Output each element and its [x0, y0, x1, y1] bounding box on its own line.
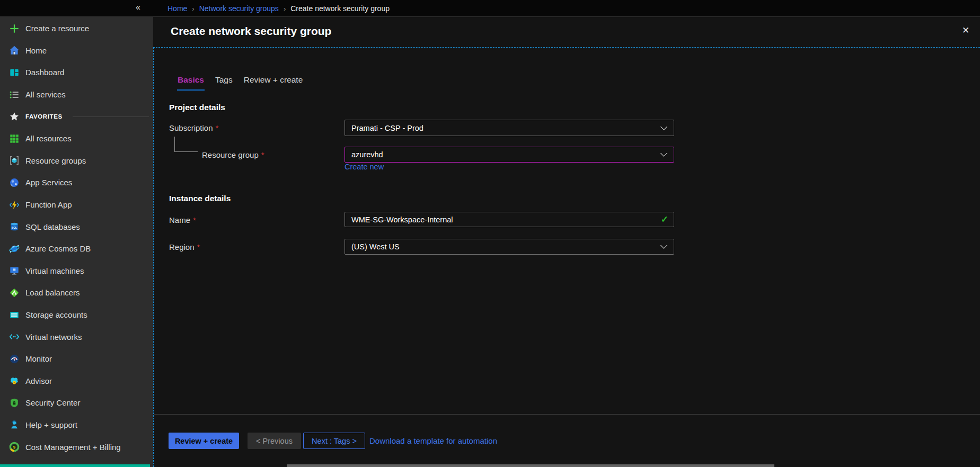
- resource-groups-icon: [8, 154, 21, 167]
- name-input[interactable]: WME-SG-Workspace-Internal ✓: [345, 212, 674, 227]
- required-asterisk: *: [261, 150, 264, 159]
- sidebar-collapse-icon[interactable]: «: [136, 3, 140, 12]
- top-bar: « Home › Network security groups › Creat…: [0, 0, 980, 17]
- breadcrumb-separator-icon: ›: [192, 5, 194, 13]
- required-asterisk: *: [197, 243, 200, 252]
- download-template-link[interactable]: Download a template for automation: [369, 436, 497, 445]
- resource-group-value: azurevhd: [351, 150, 383, 159]
- sidebar-item-home[interactable]: Home: [0, 40, 153, 62]
- blade-footer: Review + create < Previous Next : Tags >…: [154, 414, 980, 467]
- sidebar-item-resource-groups[interactable]: Resource groups: [0, 150, 153, 172]
- help-support-icon: [8, 418, 21, 431]
- next-tags-button[interactable]: Next : Tags >: [303, 433, 365, 449]
- sidebar-item-function-app[interactable]: Function App: [0, 194, 153, 216]
- valid-check-icon: ✓: [661, 214, 668, 225]
- star-icon: [8, 110, 21, 123]
- cost-management-icon: $: [8, 441, 21, 453]
- sidebar-item-cost-management-billing[interactable]: $ Cost Management + Billing: [0, 436, 153, 458]
- sidebar-horizontal-scrollbar[interactable]: [0, 464, 150, 467]
- content-horizontal-scrollbar[interactable]: [287, 464, 774, 467]
- sidebar-item-security-center[interactable]: Security Center: [0, 392, 153, 414]
- tab-tags[interactable]: Tags: [215, 75, 233, 87]
- required-asterisk: *: [216, 123, 219, 132]
- virtual-networks-icon: [8, 330, 21, 343]
- resource-group-label: Resource group*: [202, 150, 264, 159]
- sidebar-item-advisor[interactable]: Advisor: [0, 370, 153, 392]
- dashboard-icon: [8, 66, 21, 79]
- project-details-heading: Project details: [169, 103, 225, 112]
- page-title: Create network security group: [171, 25, 331, 38]
- sidebar-item-all-resources[interactable]: All resources: [0, 128, 153, 150]
- previous-button[interactable]: < Previous: [248, 433, 301, 449]
- storage-accounts-icon: [8, 309, 21, 321]
- sidebar-item-load-balancers[interactable]: Load balancers: [0, 282, 153, 304]
- breadcrumb-home[interactable]: Home: [167, 4, 187, 13]
- chevron-down-icon: [660, 242, 667, 249]
- subscription-dropdown[interactable]: Pramati - CSP - Prod: [345, 120, 674, 136]
- app-services-icon: [8, 176, 21, 189]
- chevron-down-icon: [660, 123, 667, 130]
- region-dropdown[interactable]: (US) West US: [345, 239, 674, 255]
- breadcrumb-current: Create network security group: [290, 4, 390, 13]
- plus-icon: [8, 22, 21, 35]
- breadcrumb-separator-icon: ›: [284, 5, 286, 13]
- load-balancers-icon: [8, 286, 21, 299]
- tab-review-create[interactable]: Review + create: [244, 75, 303, 87]
- sidebar: Create a resource Home Dashboard All ser…: [0, 17, 153, 467]
- blade-content: Basics Tags Review + create Project deta…: [154, 48, 980, 414]
- blade-panel: Basics Tags Review + create Project deta…: [153, 48, 980, 467]
- sidebar-item-storage-accounts[interactable]: Storage accounts: [0, 304, 153, 326]
- tab-basics[interactable]: Basics: [178, 75, 204, 87]
- chevron-down-icon: [660, 150, 667, 157]
- home-icon: [8, 44, 21, 57]
- sidebar-section-favorites: FAVORITES: [0, 105, 153, 128]
- sidebar-item-help-support[interactable]: Help + support: [0, 414, 153, 436]
- subscription-label: Subscription*: [169, 123, 218, 132]
- subscription-value: Pramati - CSP - Prod: [351, 124, 423, 132]
- sidebar-item-azure-cosmos-db[interactable]: Azure Cosmos DB: [0, 238, 153, 260]
- cosmos-db-icon: [8, 243, 21, 255]
- sql-databases-icon: SQL: [8, 220, 21, 233]
- sidebar-item-all-services[interactable]: All services: [0, 84, 153, 106]
- monitor-icon: [8, 353, 21, 365]
- sidebar-item-virtual-networks[interactable]: Virtual networks: [0, 326, 153, 348]
- function-app-icon: [8, 199, 21, 211]
- instance-details-heading: Instance details: [169, 194, 231, 203]
- sidebar-item-virtual-machines[interactable]: Virtual machines: [0, 260, 153, 282]
- sidebar-item-create-a-resource[interactable]: Create a resource: [0, 17, 153, 40]
- name-label: Name*: [169, 215, 196, 224]
- region-value: (US) West US: [351, 243, 400, 251]
- resource-group-dropdown[interactable]: azurevhd: [345, 147, 674, 163]
- resource-group-connector: [174, 137, 198, 152]
- all-resources-icon: [8, 132, 21, 145]
- security-center-icon: [8, 397, 21, 409]
- sidebar-item-dashboard[interactable]: Dashboard: [0, 61, 153, 84]
- svg-text:SQL: SQL: [12, 226, 17, 229]
- region-label: Region*: [169, 243, 200, 252]
- required-asterisk: *: [193, 215, 196, 224]
- breadcrumb: Home › Network security groups › Create …: [167, 0, 390, 17]
- sidebar-item-app-services[interactable]: App Services: [0, 172, 153, 194]
- svg-text:$: $: [13, 445, 16, 450]
- name-value: WME-SG-Workspace-Internal: [351, 215, 453, 224]
- advisor-icon: [8, 374, 21, 387]
- breadcrumb-network-security-groups[interactable]: Network security groups: [199, 4, 279, 13]
- close-icon[interactable]: ✕: [959, 23, 973, 37]
- sidebar-item-monitor[interactable]: Monitor: [0, 348, 153, 370]
- all-services-icon: [8, 88, 21, 101]
- create-new-link[interactable]: Create new: [345, 163, 384, 171]
- favorites-divider: [73, 116, 149, 117]
- review-create-button[interactable]: Review + create: [169, 433, 239, 449]
- blade-header: Create network security group ✕: [153, 17, 980, 48]
- virtual-machines-icon: [8, 264, 21, 277]
- tab-bar: Basics Tags Review + create: [178, 75, 303, 87]
- sidebar-item-sql-databases[interactable]: SQL SQL databases: [0, 215, 153, 238]
